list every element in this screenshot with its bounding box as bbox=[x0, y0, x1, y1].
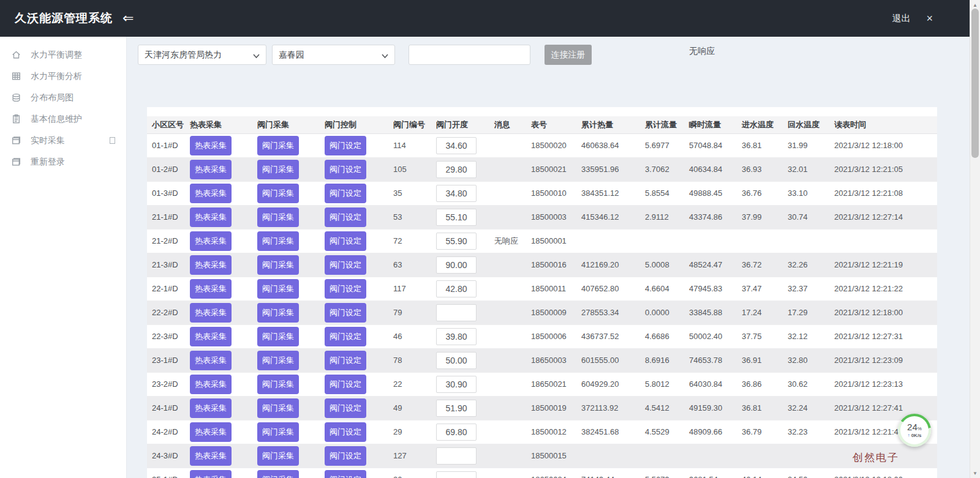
meter-no-cell: 18500006 bbox=[527, 324, 578, 348]
valve-collect-button[interactable]: 阀门采集 bbox=[257, 231, 299, 251]
valve-set-button[interactable]: 阀门设定 bbox=[325, 470, 366, 478]
valve-set-button[interactable]: 阀门设定 bbox=[325, 398, 366, 418]
message-cell bbox=[491, 396, 527, 420]
valve-open-input[interactable] bbox=[436, 400, 477, 417]
search-input[interactable] bbox=[409, 45, 530, 65]
valve-open-input[interactable] bbox=[436, 424, 477, 441]
valve-collect-button[interactable]: 阀门采集 bbox=[257, 160, 299, 179]
heat-meter-collect-button[interactable]: 热表采集 bbox=[190, 446, 232, 466]
community-select-value: 嘉春园 bbox=[279, 50, 304, 61]
station-select[interactable]: 天津河东房管局热力 bbox=[138, 45, 266, 65]
valve-open-input[interactable] bbox=[436, 280, 477, 297]
valve-collect-button[interactable]: 阀门采集 bbox=[257, 327, 299, 346]
meter-no-cell: 18500009 bbox=[527, 301, 578, 324]
heat-meter-collect-button[interactable]: 热表采集 bbox=[190, 279, 232, 299]
valve-set-button[interactable]: 阀门设定 bbox=[325, 279, 366, 299]
valve-open-input[interactable] bbox=[436, 471, 477, 478]
heat-meter-collect-button[interactable]: 热表采集 bbox=[190, 327, 232, 346]
valve-open-input[interactable] bbox=[436, 256, 477, 274]
valve-set-button[interactable]: 阀门设定 bbox=[325, 446, 366, 466]
valve-open-input[interactable] bbox=[436, 352, 477, 369]
valve-set-button[interactable]: 阀门设定 bbox=[325, 160, 366, 179]
heat-meter-collect-button[interactable]: 热表采集 bbox=[190, 303, 232, 323]
valve-set-button[interactable]: 阀门设定 bbox=[325, 303, 366, 323]
connect-register-button[interactable]: 连接注册 bbox=[545, 45, 592, 65]
valve-set-button[interactable]: 阀门设定 bbox=[325, 207, 366, 227]
valve-set-button[interactable]: 阀门设定 bbox=[325, 231, 366, 251]
read-time-cell: 2021/3/12 12:21:05 bbox=[831, 157, 937, 181]
table-row: 23-2#D 热表采集 阀门采集 阀门设定 22 18650021 604929… bbox=[147, 372, 937, 396]
sidebar-item-hydraulic-balance-analysis[interactable]: 水力平衡分析 bbox=[0, 65, 126, 87]
logout-button[interactable]: 退出 bbox=[892, 13, 910, 24]
valve-open-input[interactable] bbox=[436, 137, 477, 154]
return-temp-cell: 32.80 bbox=[784, 348, 831, 372]
valve-collect-button[interactable]: 阀门采集 bbox=[257, 422, 299, 442]
chevron-down-icon bbox=[253, 50, 260, 60]
column-header-heat-collect: 热表采集 bbox=[186, 116, 254, 133]
heat-meter-collect-button[interactable]: 热表采集 bbox=[190, 255, 232, 275]
heat-meter-collect-button[interactable]: 热表采集 bbox=[190, 207, 232, 227]
total-heat-cell bbox=[578, 229, 641, 253]
valve-set-button[interactable]: 阀门设定 bbox=[325, 184, 366, 203]
valve-open-input[interactable] bbox=[436, 447, 477, 465]
valve-collect-button[interactable]: 阀门采集 bbox=[257, 136, 299, 155]
community-select[interactable]: 嘉春园 bbox=[272, 45, 395, 65]
heat-meter-collect-button[interactable]: 热表采集 bbox=[190, 422, 232, 442]
supply-temp-cell: 36.86 bbox=[738, 372, 784, 396]
vertical-scrollbar[interactable]: ▲ ▼ bbox=[970, 0, 980, 478]
valve-set-button[interactable]: 阀门设定 bbox=[325, 422, 366, 442]
heat-meter-collect-button[interactable]: 热表采集 bbox=[190, 231, 232, 251]
district-cell: 25-1#D bbox=[147, 468, 186, 478]
valve-open-input[interactable] bbox=[436, 209, 477, 226]
valve-set-button[interactable]: 阀门设定 bbox=[325, 255, 366, 275]
valve-open-input[interactable] bbox=[436, 304, 477, 321]
close-icon[interactable]: × bbox=[926, 12, 933, 25]
column-header-valve-no: 阀门编号 bbox=[390, 116, 432, 133]
valve-set-button[interactable]: 阀门设定 bbox=[325, 351, 366, 370]
valve-collect-button[interactable]: 阀门采集 bbox=[257, 255, 299, 275]
scroll-down-arrow-icon[interactable]: ▼ bbox=[970, 468, 980, 478]
heat-meter-collect-button[interactable]: 热表采集 bbox=[190, 351, 232, 370]
heat-meter-collect-button[interactable]: 热表采集 bbox=[190, 398, 232, 418]
sidebar-item-relogin[interactable]: 重新登录 bbox=[0, 151, 126, 173]
window-icon bbox=[11, 157, 21, 167]
valve-collect-button[interactable]: 阀门采集 bbox=[257, 470, 299, 478]
heat-meter-collect-button[interactable]: 热表采集 bbox=[190, 470, 232, 478]
download-progress-badge[interactable]: 24% ↑ 0K/s bbox=[898, 414, 931, 447]
table-row: 21-2#D 热表采集 阀门采集 阀门设定 72 无响应 18500001 bbox=[147, 229, 937, 253]
valve-collect-button[interactable]: 阀门采集 bbox=[257, 184, 299, 203]
valve-no-cell: 79 bbox=[390, 301, 432, 324]
valve-open-input[interactable] bbox=[436, 328, 477, 345]
valve-open-input[interactable] bbox=[436, 161, 477, 178]
valve-collect-button[interactable]: 阀门采集 bbox=[257, 351, 299, 370]
sidebar-item-hydraulic-balance-adjust[interactable]: 水力平衡调整 bbox=[0, 44, 126, 65]
return-temp-cell: 30.74 bbox=[784, 205, 831, 229]
valve-set-button[interactable]: 阀门设定 bbox=[325, 136, 366, 155]
valve-set-button[interactable]: 阀门设定 bbox=[325, 375, 366, 394]
valve-collect-button[interactable]: 阀门采集 bbox=[257, 398, 299, 418]
valve-open-input[interactable] bbox=[436, 233, 477, 250]
heat-meter-collect-button[interactable]: 热表采集 bbox=[190, 160, 232, 179]
valve-collect-button[interactable]: 阀门采集 bbox=[257, 279, 299, 299]
upload-arrow-icon: ↑ bbox=[907, 433, 910, 438]
district-cell: 21-2#D bbox=[147, 229, 186, 253]
scrollbar-thumb[interactable] bbox=[971, 9, 979, 158]
sidebar-item-distribution-layout[interactable]: 分布布局图 bbox=[0, 87, 126, 108]
heat-meter-collect-button[interactable]: 热表采集 bbox=[190, 184, 232, 203]
valve-open-input[interactable] bbox=[436, 185, 477, 202]
heat-meter-collect-button[interactable]: 热表采集 bbox=[190, 375, 232, 394]
watermark-text: 创然电子 bbox=[853, 450, 899, 465]
valve-no-cell: 35 bbox=[390, 181, 432, 205]
valve-set-button[interactable]: 阀门设定 bbox=[325, 327, 366, 346]
sidebar-item-realtime-collection[interactable]: 实时采集 bbox=[0, 130, 126, 151]
valve-open-input[interactable] bbox=[436, 376, 477, 393]
sidebar-collapse-icon[interactable]: ⇐ bbox=[123, 12, 134, 25]
heat-meter-collect-button[interactable]: 热表采集 bbox=[190, 136, 232, 155]
sidebar-item-basic-info-maintenance[interactable]: 基本信息维护 bbox=[0, 108, 126, 130]
valve-collect-button[interactable]: 阀门采集 bbox=[257, 303, 299, 323]
valve-collect-button[interactable]: 阀门采集 bbox=[257, 375, 299, 394]
valve-collect-button[interactable]: 阀门采集 bbox=[257, 446, 299, 466]
meter-no-cell: 18650021 bbox=[527, 372, 578, 396]
read-time-cell: 2021/3/12 12:21:19 bbox=[831, 253, 937, 277]
valve-collect-button[interactable]: 阀门采集 bbox=[257, 207, 299, 227]
